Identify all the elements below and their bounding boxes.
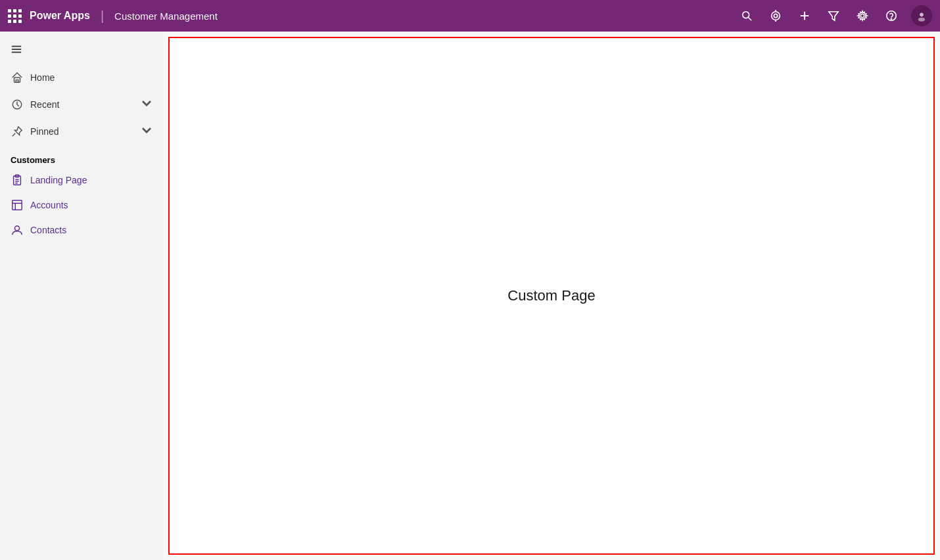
search-icon[interactable] [738, 7, 756, 25]
svg-point-13 [920, 13, 924, 17]
topbar-divider: | [101, 9, 104, 24]
person-icon [11, 223, 24, 237]
svg-rect-27 [12, 200, 22, 210]
topbar-brand: Power Apps [30, 10, 90, 22]
svg-point-3 [774, 14, 777, 17]
settings-icon[interactable] [853, 7, 872, 25]
svg-point-11 [891, 18, 891, 19]
svg-point-14 [918, 18, 925, 22]
sidebar-item-pinned[interactable]: Pinned [0, 118, 163, 145]
home-icon [11, 71, 24, 84]
sidebar: Home Recent [0, 32, 163, 560]
sidebar-item-recent-label: Recent [30, 99, 134, 110]
sidebar-item-landing-page[interactable]: Landing Page [0, 168, 163, 193]
sidebar-item-contacts[interactable]: Contacts [0, 218, 163, 243]
sidebar-item-recent[interactable]: Recent [0, 91, 163, 118]
svg-line-1 [749, 18, 752, 21]
clipboard-icon [11, 174, 24, 187]
topbar-right [738, 5, 932, 26]
sidebar-item-accounts[interactable]: Accounts [0, 193, 163, 218]
pin-icon [11, 125, 24, 138]
pinned-chevron-icon [141, 124, 153, 138]
content-frame: Custom Page [168, 37, 935, 555]
sidebar-item-home[interactable]: Home [0, 64, 163, 91]
content-area: Custom Page [163, 32, 940, 560]
add-icon[interactable] [795, 7, 814, 25]
target-icon[interactable] [766, 7, 785, 25]
svg-point-9 [860, 14, 864, 17]
svg-marker-8 [829, 12, 838, 21]
topbar-app-name: Customer Management [114, 11, 218, 22]
sidebar-section-customers: Customers [0, 145, 163, 168]
topbar: Power Apps | Customer Management [0, 0, 940, 32]
svg-rect-19 [16, 80, 18, 83]
help-icon[interactable] [882, 7, 901, 25]
sidebar-item-contacts-label: Contacts [30, 225, 153, 235]
sidebar-item-home-label: Home [30, 72, 153, 83]
accounts-icon [11, 198, 24, 212]
svg-point-2 [772, 12, 780, 20]
sidebar-toggle[interactable] [0, 37, 163, 62]
main-layout: Home Recent [0, 32, 940, 560]
sidebar-item-pinned-label: Pinned [30, 126, 134, 137]
svg-point-0 [743, 12, 749, 18]
svg-line-21 [12, 133, 16, 136]
waffle-icon[interactable] [8, 9, 22, 23]
sidebar-item-landing-page-label: Landing Page [30, 175, 153, 185]
filter-icon[interactable] [824, 7, 843, 25]
sidebar-item-accounts-label: Accounts [30, 200, 153, 210]
clock-icon [11, 98, 24, 111]
recent-chevron-icon [141, 97, 153, 111]
avatar[interactable] [911, 5, 932, 26]
svg-point-30 [14, 226, 19, 231]
custom-page-label: Custom Page [507, 287, 595, 304]
topbar-left: Power Apps | Customer Management [8, 9, 738, 24]
